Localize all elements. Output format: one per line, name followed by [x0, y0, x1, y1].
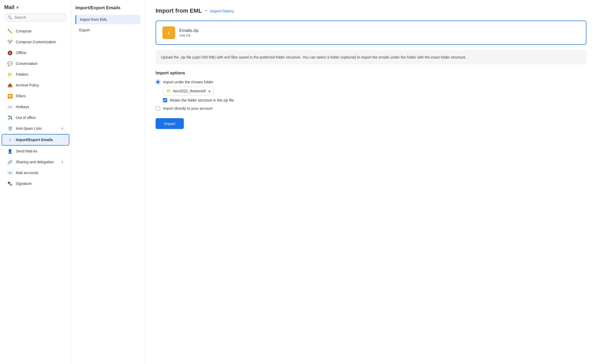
page-title: Import from EML	[156, 7, 202, 14]
file-size: 448 KB	[179, 33, 199, 37]
folders-icon: 📁	[7, 72, 13, 77]
sub-nav-label: Import from EML	[80, 17, 107, 22]
main-content: Import from EML • Import history Z Email…	[145, 0, 597, 364]
search-input[interactable]	[14, 15, 63, 20]
sub-nav-label: Export	[79, 28, 90, 32]
sidebar-item-label: Mail accounts	[16, 171, 64, 175]
info-box: Upload the .zip file (upto 500 MB) with …	[156, 50, 586, 64]
sidebar-item-compose[interactable]: ✏️ Compose	[2, 26, 69, 36]
retain-label: Retain the folder structure in the zip f…	[170, 98, 234, 102]
radio-item-directly[interactable]: Import directly to your account	[156, 106, 586, 111]
folder-chevron-icon: ∨	[208, 89, 211, 93]
compose-customization-icon: ✂️	[7, 39, 13, 45]
sidebar-item-label: Compose	[16, 29, 64, 33]
sidebar-item-label: Hotkeys	[16, 105, 64, 109]
dot-separator: •	[205, 8, 207, 14]
sidebar-item-hotkeys[interactable]: ⌨️ Hotkeys	[2, 102, 69, 112]
sub-nav-import-eml[interactable]: Import from EML	[75, 15, 141, 24]
folder-icon: 📁	[166, 89, 171, 93]
sidebar-header: Mail ∨ 🔍	[0, 4, 71, 26]
folder-value: Nov2022_Restored/	[173, 89, 206, 93]
radio-directly[interactable]	[156, 106, 160, 111]
sidebar-item-send-mail-as[interactable]: 👤 Send Mail As	[2, 146, 69, 156]
info-text: Upload the .zip file (upto 500 MB) with …	[161, 55, 466, 59]
sidebar-item-sharing[interactable]: 🔗 Sharing and delegation ∨	[2, 157, 69, 167]
offline-icon: 🔕	[7, 50, 13, 55]
radio-group: Import under the chosen folder 📁 Nov2022…	[156, 80, 586, 111]
anti-spam-icon: 🛡️	[7, 126, 13, 131]
file-upload-area[interactable]: Z Emails.zip 448 KB	[156, 21, 586, 45]
radio-item-chosen-folder[interactable]: Import under the chosen folder	[156, 80, 586, 84]
file-info: Emails.zip 448 KB	[179, 28, 199, 37]
sidebar-item-compose-customization[interactable]: ✂️ Compose Customization	[2, 37, 69, 47]
sidebar-item-label: Folders	[16, 72, 64, 76]
compose-icon: ✏️	[7, 28, 13, 34]
sidebar-item-offline[interactable]: 🔕 Offline	[2, 47, 69, 58]
sidebar-item-label: Out of office	[16, 116, 64, 120]
middle-panel-title: Import/Export Emails	[75, 5, 141, 11]
sidebar-item-label: Signature	[16, 181, 64, 186]
sidebar-item-label: Conversation	[16, 61, 64, 66]
signature-icon: ✒️	[7, 181, 13, 186]
retain-checkbox[interactable]	[163, 98, 167, 102]
sidebar-item-label: Send Mail As	[16, 149, 64, 153]
sidebar-item-anti-spam[interactable]: 🛡️ Anti-Spam Lists ∨	[2, 123, 69, 134]
import-button[interactable]: Import	[156, 118, 184, 129]
import-options-title: Import options	[156, 71, 586, 75]
main-header: Import from EML • Import history	[156, 7, 586, 14]
out-of-office-icon: ✈️	[7, 115, 13, 120]
nav-list: ✏️ Compose ✂️ Compose Customization 🔕 Of…	[0, 26, 71, 189]
app-title-chevron: ∨	[16, 5, 19, 9]
filters-icon: 🔽	[7, 93, 13, 99]
app-title[interactable]: Mail ∨	[4, 4, 67, 10]
sharing-icon: 🔗	[7, 159, 13, 165]
conversation-icon: 💬	[7, 61, 13, 66]
sidebar-item-label: Import/Export Emails	[16, 138, 64, 142]
sidebar-item-filters[interactable]: 🔽 Filters	[2, 91, 69, 101]
option-chosen-folder: Import under the chosen folder 📁 Nov2022…	[156, 80, 586, 102]
search-icon: 🔍	[8, 15, 12, 20]
sidebar-item-label: Offline	[16, 51, 64, 55]
radio-label-chosen-folder: Import under the chosen folder	[163, 80, 213, 84]
sidebar-item-archive-policy[interactable]: 📥 Archive Policy	[2, 80, 69, 90]
sidebar-item-label: Archive Policy	[16, 83, 64, 87]
chevron-down-icon: ∨	[61, 160, 64, 164]
folder-dropdown[interactable]: 📁 Nov2022_Restored/ ∨	[163, 87, 214, 95]
middle-panel: Import/Export Emails Import from EML Exp…	[71, 0, 145, 364]
import-export-icon: ↕️	[7, 137, 13, 142]
sidebar-item-label: Compose Customization	[16, 40, 64, 44]
svg-text:Z: Z	[168, 31, 170, 35]
import-history-link[interactable]: Import history	[210, 9, 234, 13]
hotkeys-icon: ⌨️	[7, 104, 13, 109]
radio-label-directly: Import directly to your account	[163, 106, 213, 111]
sidebar-item-import-export[interactable]: ↕️ Import/Export Emails	[2, 134, 69, 146]
archive-icon: 📥	[7, 83, 13, 88]
radio-chosen-folder[interactable]	[156, 80, 160, 84]
app-title-text: Mail	[4, 4, 15, 10]
zip-file-icon: Z	[162, 26, 175, 39]
sub-nav-export[interactable]: Export	[75, 25, 141, 35]
retain-checkbox-row[interactable]: Retain the folder structure in the zip f…	[163, 98, 586, 102]
sidebar-item-conversation[interactable]: 💬 Conversation	[2, 58, 69, 69]
sidebar-item-signature[interactable]: ✒️ Signature	[2, 178, 69, 189]
sidebar-item-out-of-office[interactable]: ✈️ Out of office	[2, 112, 69, 123]
file-name: Emails.zip	[179, 28, 199, 33]
sidebar-item-label: Anti-Spam Lists	[16, 126, 58, 131]
import-options: Import options Import under the chosen f…	[156, 71, 586, 111]
sidebar-item-folders[interactable]: 📁 Folders	[2, 69, 69, 80]
search-box[interactable]: 🔍	[4, 13, 67, 21]
send-mail-as-icon: 👤	[7, 149, 13, 154]
sidebar: Mail ∨ 🔍 ✏️ Compose ✂️ Compose Customiza…	[0, 0, 71, 364]
sidebar-item-mail-accounts[interactable]: 📧 Mail accounts	[2, 167, 69, 178]
sidebar-item-label: Sharing and delegation	[16, 160, 58, 164]
mail-accounts-icon: 📧	[7, 170, 13, 175]
chevron-down-icon: ∨	[61, 127, 64, 130]
sidebar-item-label: Filters	[16, 94, 64, 98]
